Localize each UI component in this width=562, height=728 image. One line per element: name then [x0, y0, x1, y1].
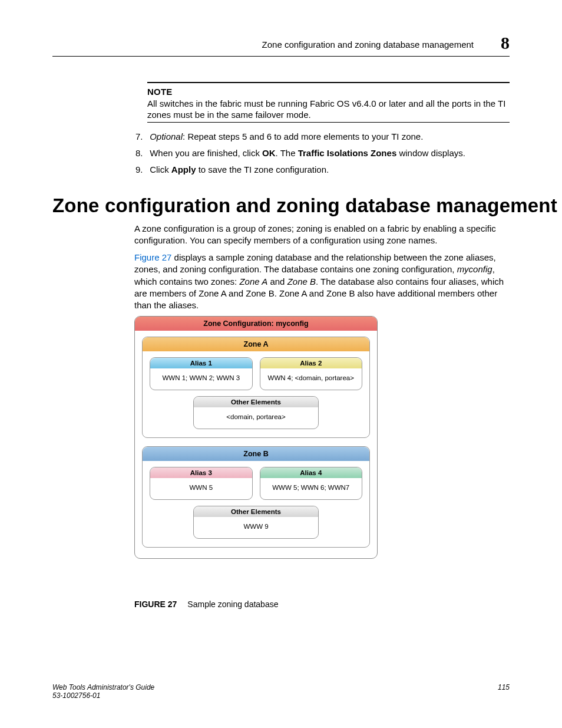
alias-2-box: Alias 2 WWN 4; <domain, portarea>: [260, 357, 363, 390]
alias-1-title: Alias 1: [150, 358, 252, 368]
alias-3-body: WWN 5: [150, 478, 252, 499]
zone-b-other-body: WWW 9: [194, 517, 319, 538]
step-text: When you are finished, click: [150, 148, 262, 158]
zone-configuration-box: Zone Configuration: myconfig Zone A Alia…: [134, 316, 378, 559]
step-text: . The: [276, 148, 298, 158]
step-text: to save the TI zone configuration.: [196, 164, 329, 174]
zone-b-title: Zone B: [143, 447, 369, 461]
step-number: 7.: [135, 131, 147, 143]
alias-4-body: WWW 5; WWN 6; WWN7: [260, 478, 362, 499]
zone-b-box: Zone B Alias 3 WWN 5 Alias 4 WWW 5; WWN …: [142, 446, 370, 548]
footer-doc-number: 53-1002756-01: [52, 691, 510, 700]
zone-a-other-title: Other Elements: [194, 397, 319, 407]
header-rule: [52, 56, 510, 57]
step-number: 8.: [135, 147, 147, 159]
zone-a-other-box: Other Elements <domain, portarea>: [193, 396, 319, 429]
zone-b-other-title: Other Elements: [194, 506, 319, 517]
running-head: Zone configuration and zoning database m…: [262, 39, 474, 50]
figure-label: FIGURE 27: [134, 599, 177, 609]
step-7: 7. Optional: Repeat steps 5 and 6 to add…: [135, 131, 510, 143]
step-optional: Optional: [150, 131, 183, 141]
paragraph-text: displays a sample zoning database and th…: [134, 252, 496, 274]
step-8: 8. When you are finished, click OK. The …: [135, 147, 510, 159]
zone-configuration-title: Zone Configuration: myconfig: [135, 317, 377, 331]
figure-caption: FIGURE 27Sample zoning database: [134, 599, 278, 609]
step-text: Click: [150, 164, 171, 174]
figure-diagram: Zone Configuration: myconfig Zone A Alia…: [134, 316, 378, 559]
alias-3-title: Alias 3: [150, 467, 252, 478]
alias-1-body: WWN 1; WWN 2; WWN 3: [150, 368, 252, 390]
note-label: NOTE: [147, 86, 510, 98]
step-number: 9.: [135, 164, 147, 176]
alias-2-body: WWN 4; <domain, portarea>: [260, 368, 362, 390]
section-heading: Zone configuration and zoning database m…: [52, 195, 557, 217]
zone-a-other-body: <domain, portarea>: [194, 407, 319, 429]
zone-b-other-box: Other Elements WWW 9: [193, 506, 319, 539]
ui-window-name: Traffic Isolations Zones: [298, 148, 397, 158]
term-zone-b: Zone B: [287, 276, 316, 286]
alias-4-title: Alias 4: [260, 467, 362, 478]
note-rule-bottom: [147, 122, 510, 123]
ui-apply: Apply: [171, 164, 196, 174]
chapter-number: 8: [501, 33, 510, 53]
page-number: 115: [498, 683, 510, 691]
paragraph: Figure 27 displays a sample zoning datab…: [134, 252, 510, 311]
paragraph: A zone configuration is a group of zones…: [134, 223, 510, 247]
zone-a-title: Zone A: [143, 337, 369, 351]
note-rule-top: [147, 82, 510, 83]
alias-3-box: Alias 3 WWN 5: [150, 467, 253, 500]
note-text: All switches in the fabric must be runni…: [147, 98, 510, 121]
ui-ok: OK: [262, 148, 276, 158]
step-text: window displays.: [396, 148, 465, 158]
alias-1-box: Alias 1 WWN 1; WWN 2; WWN 3: [150, 357, 253, 390]
step-9: 9. Click Apply to save the TI zone confi…: [135, 164, 510, 176]
term-myconfig: myconfig: [457, 264, 492, 274]
figure-caption-text: Sample zoning database: [187, 599, 278, 609]
alias-4-box: Alias 4 WWW 5; WWN 6; WWN7: [260, 467, 363, 500]
page-footer: 115 Web Tools Administrator's Guide 53-1…: [52, 683, 510, 700]
footer-book-title: Web Tools Administrator's Guide: [52, 683, 510, 691]
note-block: NOTE All switches in the fabric must be …: [147, 86, 510, 121]
alias-2-title: Alias 2: [260, 358, 362, 368]
figure-link[interactable]: Figure 27: [134, 252, 171, 262]
term-zone-a: Zone A: [239, 276, 267, 286]
step-text: : Repeat steps 5 and 6 to add more eleme…: [183, 131, 423, 141]
zone-a-box: Zone A Alias 1 WWN 1; WWN 2; WWN 3 Alias…: [142, 337, 370, 438]
paragraph-text: and: [267, 276, 287, 286]
